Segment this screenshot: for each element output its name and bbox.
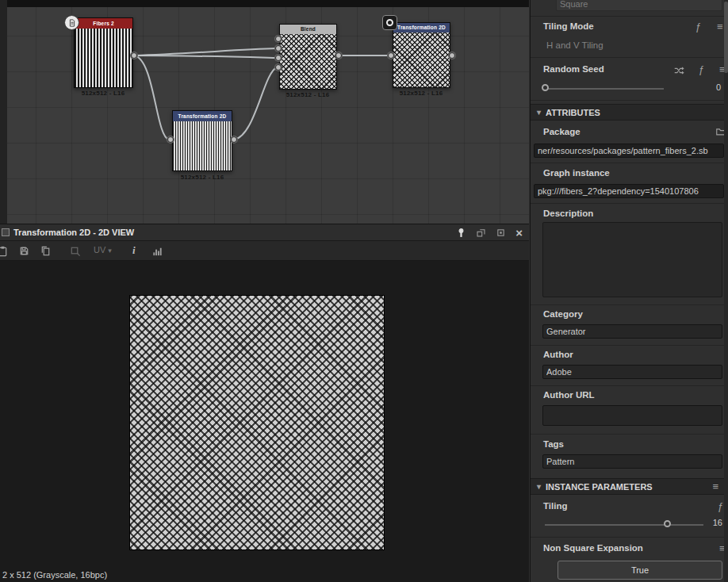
graph-instance-label: Graph instance bbox=[543, 168, 610, 178]
clipboard-icon[interactable] bbox=[0, 245, 9, 257]
random-seed-slider-track[interactable] bbox=[545, 88, 664, 90]
attributes-section-header[interactable]: ▾ ATTRIBUTES bbox=[531, 104, 728, 121]
category-label: Category bbox=[543, 309, 583, 319]
tiling-slider-track[interactable] bbox=[545, 524, 703, 526]
description-textarea[interactable] bbox=[542, 222, 722, 297]
close-icon[interactable]: × bbox=[515, 228, 523, 238]
histogram-icon[interactable] bbox=[151, 245, 163, 257]
node-title: Transformation 2D bbox=[393, 23, 450, 33]
node-title: Fibers 2 bbox=[75, 18, 132, 29]
chevron-down-icon: ▾ bbox=[108, 247, 112, 255]
node-graph-panel[interactable]: Fibers 2 512x512 - L16 Transformation 2D… bbox=[0, 0, 529, 224]
2d-view-title: Transformation 2D - 2D VIEW bbox=[13, 228, 134, 237]
node-title: Transformation 2D bbox=[173, 111, 232, 121]
category-input[interactable] bbox=[542, 324, 722, 339]
2d-view-title-bar[interactable]: Transformation 2D - 2D VIEW × bbox=[0, 224, 529, 241]
output-port[interactable] bbox=[449, 52, 455, 59]
random-seed-label: Random Seed bbox=[543, 64, 604, 74]
tiling-mode-value[interactable]: H and V Tiling bbox=[546, 40, 603, 50]
scrollbar-thumb[interactable] bbox=[724, 2, 728, 73]
input-port[interactable] bbox=[275, 36, 282, 42]
non-square-expansion-toggle-button[interactable]: True bbox=[557, 561, 722, 580]
node-thumbnail bbox=[393, 33, 450, 87]
panel-tab-icon bbox=[2, 228, 10, 236]
graph-left-strip bbox=[0, 0, 7, 224]
2d-texture-preview[interactable] bbox=[130, 296, 384, 549]
2d-view-panel: Transformation 2D - 2D VIEW × bbox=[0, 224, 529, 582]
random-seed-value[interactable]: 0 bbox=[689, 82, 721, 92]
node-blend[interactable]: Blend bbox=[279, 24, 337, 90]
node-size-label: 512x512 - L16 bbox=[381, 90, 461, 97]
package-input[interactable] bbox=[534, 144, 724, 158]
tiling-slider-knob[interactable] bbox=[664, 520, 671, 527]
transform-view-icon[interactable] bbox=[69, 245, 81, 257]
attributes-section-title: ATTRIBUTES bbox=[546, 108, 600, 117]
description-label: Description bbox=[543, 209, 593, 218]
node-transformation-2d-a[interactable]: Transformation 2D bbox=[172, 110, 232, 171]
input-port[interactable] bbox=[275, 64, 282, 71]
tiling-label: Tiling bbox=[543, 501, 567, 511]
author-url-input[interactable] bbox=[542, 405, 722, 426]
node-size-label: 512x512 - L16 bbox=[63, 90, 143, 97]
expand-icon[interactable] bbox=[496, 228, 506, 238]
node-thumbnail bbox=[173, 121, 232, 170]
uv-mode-dropdown[interactable]: UV ▾ bbox=[94, 245, 112, 256]
function-icon[interactable]: ƒ bbox=[718, 501, 723, 511]
float-window-icon[interactable] bbox=[476, 228, 486, 238]
tiling-mode-label: Tiling Mode bbox=[543, 21, 594, 31]
output-port[interactable] bbox=[335, 52, 342, 59]
package-label: Package bbox=[543, 127, 580, 136]
view-output-badge-icon[interactable] bbox=[382, 15, 397, 30]
chevron-down-icon: ▾ bbox=[537, 107, 541, 117]
tiling-value[interactable]: 16 bbox=[703, 518, 722, 527]
function-icon[interactable]: ƒ bbox=[699, 64, 704, 75]
random-seed-slider-knob[interactable] bbox=[542, 84, 549, 91]
pattern-type-dropdown[interactable]: Square bbox=[556, 0, 722, 11]
author-url-label: Author URL bbox=[543, 390, 595, 400]
tags-label: Tags bbox=[543, 439, 564, 449]
shuffle-icon[interactable] bbox=[673, 65, 684, 76]
graph-instance-input[interactable] bbox=[534, 184, 724, 198]
properties-panel: Square Tiling Mode ƒ ≡ H and V Tiling Ra… bbox=[530, 0, 728, 582]
node-size-label: 512x512 - L16 bbox=[268, 91, 347, 98]
instance-parameters-section-header[interactable]: ▾ INSTANCE PARAMETERS ≡ bbox=[531, 478, 728, 495]
node-title: Blend bbox=[280, 25, 336, 34]
pin-icon[interactable] bbox=[456, 228, 466, 238]
node-fibers-2[interactable]: Fibers 2 bbox=[74, 17, 133, 88]
node-transformation-2d-b[interactable]: Transformation 2D bbox=[393, 22, 450, 88]
document-badge-icon[interactable] bbox=[64, 15, 79, 30]
properties-scrollbar[interactable] bbox=[724, 0, 728, 582]
save-icon[interactable] bbox=[18, 245, 30, 257]
output-port[interactable] bbox=[231, 136, 237, 143]
output-port[interactable] bbox=[131, 52, 137, 59]
node-thumbnail bbox=[280, 34, 336, 89]
non-square-expansion-label: Non Square Expansion bbox=[543, 543, 643, 553]
node-size-label: 512x512 - L16 bbox=[163, 174, 242, 181]
chevron-down-icon: ▾ bbox=[537, 481, 541, 492]
author-input[interactable] bbox=[542, 365, 722, 379]
menu-icon[interactable]: ≡ bbox=[717, 21, 723, 32]
status-bar: 2 x 512 (Grayscale, 16bpc) bbox=[2, 570, 107, 580]
2d-view-toolbar: UV ▾ i bbox=[0, 241, 529, 261]
info-icon[interactable]: i bbox=[132, 244, 136, 257]
menu-icon[interactable]: ≡ bbox=[712, 481, 718, 492]
input-port[interactable] bbox=[275, 55, 282, 61]
input-port[interactable] bbox=[388, 52, 394, 59]
node-thumbnail bbox=[75, 29, 132, 87]
tags-input[interactable] bbox=[542, 454, 722, 469]
graph-top-strip bbox=[0, 0, 529, 7]
author-label: Author bbox=[543, 350, 573, 359]
copy-icon[interactable] bbox=[40, 245, 52, 257]
input-port[interactable] bbox=[167, 136, 174, 143]
function-icon[interactable]: ƒ bbox=[695, 21, 701, 32]
instance-parameters-section-title: INSTANCE PARAMETERS bbox=[546, 482, 653, 492]
input-port[interactable] bbox=[275, 45, 282, 52]
